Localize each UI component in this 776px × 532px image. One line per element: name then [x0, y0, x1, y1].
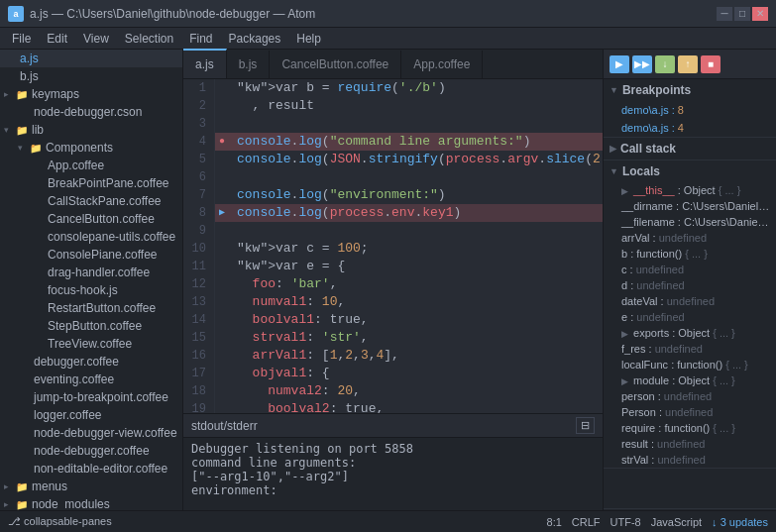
line-content[interactable]: numval2: 20, — [229, 382, 603, 400]
sidebar-item-CancelButton-coffee[interactable]: CancelButton.coffee — [0, 210, 182, 228]
line-content[interactable]: "kw">var b = require('./b') — [229, 79, 603, 97]
local-item-exports: ▶ exports : Object { ... } — [604, 325, 776, 341]
sidebar-item-b-js[interactable]: b.js — [0, 67, 182, 85]
code-editor[interactable]: 1"kw">var b = require('./b')2 , result34… — [183, 79, 603, 413]
local-item-module: ▶ module : Object { ... } — [604, 372, 776, 388]
sidebar-item-label: RestartButton.coffee — [48, 301, 156, 315]
sidebar-item-logger-coffee[interactable]: logger.coffee — [0, 406, 182, 424]
sidebar-item-non-editable-editor-coffee[interactable]: non-editable-editor.coffee — [0, 460, 182, 478]
breakpoint-marker — [215, 311, 229, 329]
line-content[interactable]: console.log(JSON.stringify(process.argv.… — [229, 151, 603, 168]
tab-App-coffee[interactable]: App.coffee — [401, 51, 483, 78]
line-content[interactable]: boolval2: true, — [229, 400, 603, 413]
code-line-6: 6 — [183, 168, 603, 186]
sidebar-item-keymaps[interactable]: ▸📁keymaps — [0, 85, 182, 103]
git-branch-status[interactable]: ⎇ collapsable-panes — [8, 515, 112, 528]
sidebar-item-TreeView-coffee[interactable]: TreeView.coffee — [0, 335, 182, 353]
cursor-position-status[interactable]: 8:1 — [547, 516, 562, 528]
close-button[interactable]: ✕ — [752, 7, 768, 21]
code-line-5: 5console.log(JSON.stringify(process.argv… — [183, 151, 603, 168]
breakpoint-marker — [215, 151, 229, 168]
sidebar-item-StepButton-coffee[interactable]: StepButton.coffee — [0, 317, 182, 335]
line-content[interactable]: numval1: 10, — [229, 293, 603, 311]
locals-arrow: ▼ — [610, 166, 618, 176]
sidebar-item-drag-handler-coffee[interactable]: drag-handler.coffee — [0, 264, 182, 281]
line-content[interactable]: , result — [229, 97, 603, 115]
code-line-11: 11"kw">var e = { — [183, 258, 603, 275]
sidebar-item-RestartButton-coffee[interactable]: RestartButton.coffee — [0, 299, 182, 317]
debug-stop-button[interactable]: ■ — [701, 55, 721, 73]
line-ending-status[interactable]: CRLF — [572, 516, 601, 528]
language-status[interactable]: JavaScript — [651, 516, 702, 528]
debug-step-in-button[interactable]: ↓ — [655, 55, 675, 73]
sidebar-item-label: consolepane-utils.coffee — [48, 230, 175, 244]
line-content[interactable]: console.log(process.env.key1) — [229, 204, 603, 222]
menu-item-find[interactable]: Find — [181, 28, 220, 50]
breakpoints-header[interactable]: ▼ Breakpoints — [604, 79, 776, 101]
sidebar-item-jump-to-breakpoint-coffee[interactable]: jump-to-breakpoint.coffee — [0, 388, 182, 406]
line-number: 12 — [183, 275, 215, 293]
sidebar-item-ConsolePiane-coffee[interactable]: ConsolePiane.coffee — [0, 246, 182, 264]
line-content[interactable]: "kw">var e = { — [229, 258, 603, 275]
line-content[interactable] — [229, 168, 603, 186]
debug-step-over-button[interactable]: ▶▶ — [632, 55, 652, 73]
sidebar-item-Components[interactable]: ▾📁Components — [0, 139, 182, 157]
line-content[interactable]: arrVal1: [1,2,3,4], — [229, 347, 603, 365]
sidebar-item-label: App.coffee — [48, 159, 104, 172]
menu-item-edit[interactable]: Edit — [39, 28, 75, 50]
debug-continue-button[interactable]: ▶ — [610, 55, 629, 73]
sidebar-item-debugger-coffee[interactable]: debugger.coffee — [0, 353, 182, 371]
line-content[interactable] — [229, 222, 603, 240]
tab-CancelButton-coffee[interactable]: CancelButton.coffee — [270, 51, 401, 78]
code-line-4: 4●console.log("command line arguments:") — [183, 133, 603, 151]
line-content[interactable]: "kw">var c = 100; — [229, 240, 603, 258]
menu-item-packages[interactable]: Packages — [221, 28, 289, 50]
menu-item-help[interactable]: Help — [288, 28, 329, 50]
clear-terminal-button[interactable]: ⊟ — [576, 417, 595, 434]
callstack-header[interactable]: ▶ Call stack — [604, 138, 776, 160]
sidebar-item-menus[interactable]: ▸📁menus — [0, 478, 182, 495]
line-content[interactable] — [229, 115, 603, 133]
sidebar-item-App-coffee[interactable]: App.coffee — [0, 157, 182, 174]
callstack-label: Call stack — [620, 142, 676, 156]
tab-b-js[interactable]: b.js — [227, 51, 271, 78]
code-line-1: 1"kw">var b = require('./b') — [183, 79, 603, 97]
charset-status[interactable]: UTF-8 — [610, 516, 641, 528]
line-content[interactable]: console.log("command line arguments:") — [229, 133, 603, 151]
updates-status[interactable]: ↓ 3 updates — [712, 516, 768, 528]
minimize-button[interactable]: ─ — [717, 7, 732, 21]
menu-item-selection[interactable]: Selection — [117, 28, 181, 50]
debug-step-out-button[interactable]: ↑ — [678, 55, 698, 73]
sidebar-item-node-debugger-view-coffee[interactable]: node-debugger-view.coffee — [0, 424, 182, 442]
sidebar-item-consolepane-utils-coffee[interactable]: consolepane-utils.coffee — [0, 228, 182, 246]
status-bar: ⎇ collapsable-panes 8:1 CRLF UTF-8 JavaS… — [0, 510, 776, 532]
sidebar-item-a-js[interactable]: a.js — [0, 50, 182, 67]
line-content[interactable]: foo: 'bar', — [229, 275, 603, 293]
line-number: 19 — [183, 400, 215, 413]
sidebar-item-node-debugger-cson[interactable]: node-debugger.cson — [0, 103, 182, 121]
sidebar-item-focus-hook-js[interactable]: focus-hook.js — [0, 281, 182, 299]
maximize-button[interactable]: □ — [734, 7, 750, 21]
sidebar-item-node-debugger-coffee[interactable]: node-debugger.coffee — [0, 442, 182, 460]
sidebar-item-BreakPointPane-coffee[interactable]: BreakPointPane.coffee — [0, 174, 182, 192]
window-title: a.js — C:\Users\Daniel\github\node-debug… — [30, 7, 315, 21]
tab-a-js[interactable]: a.js — [183, 49, 227, 78]
line-content[interactable]: objval1: { — [229, 365, 603, 382]
debug-content: ▼ Breakpoints demo\a.js : 8 demo\a.js : … — [604, 79, 776, 508]
code-line-17: 17 objval1: { — [183, 365, 603, 382]
breakpoint-marker — [215, 79, 229, 97]
menu-item-view[interactable]: View — [75, 28, 117, 50]
sidebar-item-label: TreeView.coffee — [48, 337, 132, 351]
line-number: 11 — [183, 258, 215, 275]
sidebar-item-lib[interactable]: ▾📁lib — [0, 121, 182, 139]
line-content[interactable]: console.log("environment:") — [229, 186, 603, 204]
sidebar-item-CallStackPane-coffee[interactable]: CallStackPane.coffee — [0, 192, 182, 210]
locals-header[interactable]: ▼ Locals — [604, 160, 776, 182]
menu-item-file[interactable]: File — [4, 28, 39, 50]
editor-area: a.jsb.jsCancelButton.coffeeApp.coffee 1"… — [183, 50, 603, 532]
code-line-18: 18 numval2: 20, — [183, 382, 603, 400]
breakpoint-marker — [215, 115, 229, 133]
sidebar-item-eventing-coffee[interactable]: eventing.coffee — [0, 371, 182, 388]
line-content[interactable]: boolval1: true, — [229, 311, 603, 329]
line-content[interactable]: strval1: 'str', — [229, 329, 603, 347]
